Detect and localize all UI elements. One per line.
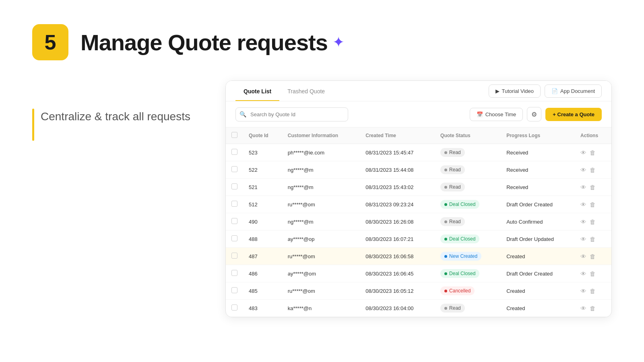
choose-time-button[interactable]: 📅 Choose Time: [470, 108, 523, 121]
create-quote-button[interactable]: + Create a Quote: [545, 108, 602, 121]
table-row: 483ka*****@n08/30/2023 16:04:00ReadCreat…: [226, 300, 611, 317]
status-badge: Cancelled: [440, 286, 475, 295]
tab-trashed-quote[interactable]: Trashed Quote: [279, 81, 333, 101]
view-icon[interactable]: 👁: [580, 236, 586, 243]
cell-actions: 👁🗑: [575, 265, 611, 282]
select-all-checkbox[interactable]: [231, 132, 237, 138]
row-checkbox[interactable]: [231, 218, 237, 224]
tutorial-video-button[interactable]: ▶ Tutorial Video: [489, 84, 541, 98]
row-checkbox[interactable]: [231, 183, 237, 189]
actions-wrap: 👁🗑: [580, 201, 606, 208]
cell-status: Read: [435, 144, 501, 161]
delete-icon[interactable]: 🗑: [590, 184, 596, 191]
search-input[interactable]: [235, 107, 348, 121]
cell-customer: ru*****@om: [282, 196, 360, 213]
row-checkbox[interactable]: [231, 235, 237, 241]
row-checkbox[interactable]: [231, 304, 237, 311]
col-checkbox: [226, 128, 243, 144]
view-icon[interactable]: 👁: [580, 253, 586, 260]
settings-button[interactable]: ⚙: [527, 107, 541, 121]
view-icon[interactable]: 👁: [580, 218, 586, 225]
cell-quote-id: 523: [243, 144, 282, 161]
delete-icon[interactable]: 🗑: [590, 149, 596, 156]
delete-icon[interactable]: 🗑: [590, 201, 596, 208]
row-checkbox[interactable]: [231, 270, 237, 276]
cell-created-time: 08/30/2023 16:04:00: [360, 300, 435, 317]
row-checkbox[interactable]: [231, 287, 237, 293]
row-checkbox-cell: [226, 282, 243, 300]
cell-actions: 👁🗑: [575, 213, 611, 230]
cell-progress: Draft Order Updated: [501, 230, 575, 248]
status-dot: [444, 220, 447, 223]
cell-actions: 👁🗑: [575, 196, 611, 213]
cell-actions: 👁🗑: [575, 179, 611, 196]
delete-icon[interactable]: 🗑: [590, 253, 596, 260]
quote-table: Quote Id Customer Information Created Ti…: [226, 128, 611, 317]
cell-actions: 👁🗑: [575, 144, 611, 161]
cell-created-time: 08/30/2023 16:06:45: [360, 265, 435, 282]
toolbar-right: 📅 Choose Time ⚙ + Create a Quote: [470, 107, 602, 121]
search-icon: 🔍: [239, 111, 246, 117]
cell-created-time: 08/30/2023 16:05:12: [360, 282, 435, 300]
status-badge: Deal Closed: [440, 200, 479, 209]
row-checkbox[interactable]: [231, 201, 237, 207]
view-icon[interactable]: 👁: [580, 201, 586, 208]
cell-status: Read: [435, 161, 501, 179]
view-icon[interactable]: 👁: [580, 270, 586, 277]
delete-icon[interactable]: 🗑: [590, 270, 596, 277]
col-quote-status: Quote Status: [435, 128, 501, 144]
cell-quote-id: 512: [243, 196, 282, 213]
view-icon[interactable]: 👁: [580, 149, 586, 156]
cell-created-time: 08/31/2023 15:45:47: [360, 144, 435, 161]
delete-icon[interactable]: 🗑: [590, 218, 596, 225]
cell-progress: Auto Confirmed: [501, 213, 575, 230]
cell-status: Deal Closed: [435, 196, 501, 213]
app-document-button[interactable]: 📄 App Document: [545, 84, 602, 98]
cell-customer: ay*****@op: [282, 230, 360, 248]
cell-actions: 👁🗑: [575, 300, 611, 317]
cell-actions: 👁🗑: [575, 230, 611, 248]
actions-wrap: 👁🗑: [580, 253, 606, 260]
row-checkbox[interactable]: [231, 166, 237, 172]
status-badge: New Created: [440, 252, 481, 261]
cell-created-time: 08/30/2023 16:26:08: [360, 213, 435, 230]
view-icon[interactable]: 👁: [580, 288, 586, 294]
tab-quote-list[interactable]: Quote List: [235, 81, 279, 101]
table-row: 521ng*****@m08/31/2023 15:43:02ReadRecei…: [226, 179, 611, 196]
cell-status: Read: [435, 213, 501, 230]
cell-status: Deal Closed: [435, 230, 501, 248]
view-icon[interactable]: 👁: [580, 167, 586, 173]
row-checkbox[interactable]: [231, 149, 237, 155]
status-badge: Read: [440, 217, 465, 226]
cell-customer: ru*****@om: [282, 282, 360, 300]
delete-icon[interactable]: 🗑: [590, 167, 596, 173]
status-dot: [444, 186, 447, 189]
cell-progress: Draft Order Created: [501, 265, 575, 282]
tabs-bar: Quote List Trashed Quote ▶ Tutorial Vide…: [226, 81, 611, 101]
delete-icon[interactable]: 🗑: [590, 288, 596, 294]
cell-created-time: 08/30/2023 16:06:58: [360, 248, 435, 265]
view-icon[interactable]: 👁: [580, 305, 586, 312]
table-body: 523ph*****@ie.com08/31/2023 15:45:47Read…: [226, 144, 611, 317]
step-number-badge: 5: [32, 24, 68, 60]
cell-progress: Created: [501, 248, 575, 265]
col-quote-id: Quote Id: [243, 128, 282, 144]
sparkle-icon: ✦: [332, 34, 345, 51]
toolbar: 🔍 📅 Choose Time ⚙ + Create a Quote: [226, 101, 611, 128]
delete-icon[interactable]: 🗑: [590, 305, 596, 312]
status-dot: [444, 203, 447, 206]
cell-status: Read: [435, 300, 501, 317]
cell-progress: Received: [501, 179, 575, 196]
tabs-left: Quote List Trashed Quote: [235, 81, 333, 101]
status-dot: [444, 238, 447, 241]
view-icon[interactable]: 👁: [580, 184, 586, 191]
row-checkbox-cell: [226, 161, 243, 179]
cell-status: Read: [435, 179, 501, 196]
quote-table-wrap: Quote Id Customer Information Created Ti…: [226, 128, 611, 317]
row-checkbox[interactable]: [231, 253, 237, 259]
delete-icon[interactable]: 🗑: [590, 236, 596, 243]
cell-customer: ng*****@m: [282, 161, 360, 179]
actions-wrap: 👁🗑: [580, 149, 606, 156]
actions-wrap: 👁🗑: [580, 167, 606, 173]
header-section: 5 Manage Quote requests ✦: [0, 0, 644, 76]
